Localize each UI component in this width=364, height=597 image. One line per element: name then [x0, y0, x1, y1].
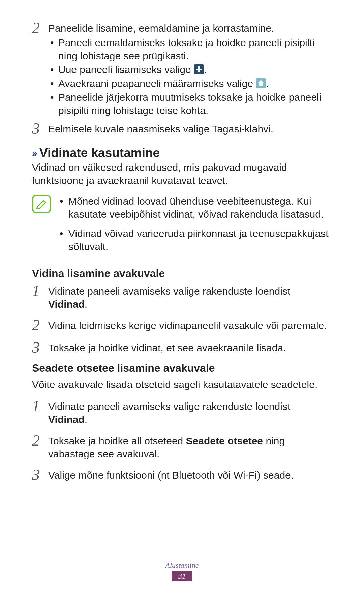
- text-pre: Toksake ja hoidke all otseteed: [48, 435, 186, 446]
- step-sub-list: Paneeli eemaldamiseks toksake ja hoidke …: [48, 36, 332, 117]
- text-post: .: [85, 299, 87, 310]
- sub2-step-2: 2 Toksake ja hoidke all otseteed Seadete…: [32, 433, 332, 460]
- sub2-intro: Võite avakuvale lisada otseteid sageli k…: [32, 378, 332, 391]
- text-post: .: [204, 64, 207, 75]
- subheading-add-shortcut: Seadete otsetee lisamine avakuvale: [32, 362, 332, 375]
- step-number: 2: [32, 20, 48, 36]
- step-2: 2 Paneelide lisamine, eemaldamine ja kor…: [32, 20, 332, 119]
- text-pre: Uue paneeli lisamiseks valige: [58, 64, 194, 75]
- text-post: .: [266, 78, 269, 89]
- step-3: 3 Eelmisele kuvale naasmiseks valige Tag…: [32, 121, 332, 137]
- step-text: Vidinate paneeli avamiseks valige rakend…: [48, 398, 332, 426]
- step-body: Paneelide lisamine, eemaldamine ja korra…: [48, 20, 332, 119]
- step-number: 1: [32, 398, 48, 414]
- sub1-step-1: 1 Vidinate paneeli avamiseks valige rake…: [32, 283, 332, 311]
- step-number: 2: [32, 433, 48, 448]
- step-text: Vidinate paneeli avamiseks valige rakend…: [48, 283, 332, 311]
- text-pre: Vidinate paneeli avamiseks valige rakend…: [48, 401, 290, 412]
- text-bold: Seadete otsetee: [186, 435, 263, 446]
- section-title: Vidinate kasutamine: [39, 146, 160, 160]
- step-number: 3: [32, 340, 48, 355]
- page-number-badge: 31: [172, 571, 192, 581]
- page-footer: Alustamine 31: [0, 561, 364, 581]
- text-bold: Vidinad: [48, 299, 85, 310]
- text-post: .: [85, 414, 87, 425]
- step-text: Eelmisele kuvale naasmiseks valige Tagas…: [48, 121, 332, 136]
- step2-bullet-4: Paneelide järjekorra muutmiseks toksake …: [48, 91, 332, 117]
- note-box: Mõned vidinad loovad ühenduse veebiteenu…: [32, 195, 332, 259]
- step2-bullet-3: Avaekraani peapaneeli määramiseks valige…: [48, 77, 332, 90]
- step-number: 3: [32, 121, 48, 137]
- step-number: 1: [32, 283, 48, 299]
- step-text: Vidina leidmiseks kerige vidinapaneelil …: [48, 318, 332, 332]
- note-item-2: Vidinad võivad varieeruda piirkonnast ja…: [58, 227, 332, 253]
- step-number: 2: [32, 318, 48, 333]
- sub2-step-3: 3 Valige mõne funktsiooni (nt Bluetooth …: [32, 467, 332, 483]
- step-number: 3: [32, 467, 48, 483]
- text-pre: Avaekraani peapaneeli määramiseks valige: [58, 78, 256, 89]
- note-body: Mõned vidinad loovad ühenduse veebiteenu…: [58, 195, 332, 259]
- sub2-step-1: 1 Vidinate paneeli avamiseks valige rake…: [32, 398, 332, 426]
- step2-bullet-1: Paneeli eemaldamiseks toksake ja hoidke …: [48, 36, 332, 62]
- note-item-1: Mõned vidinad loovad ühenduse veebiteenu…: [58, 195, 332, 221]
- note-icon: [32, 195, 51, 213]
- step-text: Toksake ja hoidke vidinat, et see avaekr…: [48, 340, 332, 354]
- step-text: Toksake ja hoidke all otseteed Seadete o…: [48, 433, 332, 460]
- footer-section-label: Alustamine: [0, 561, 364, 570]
- sub1-step-3: 3 Toksake ja hoidke vidinat, et see avae…: [32, 340, 332, 355]
- step-text: Valige mõne funktsiooni (nt Bluetooth võ…: [48, 467, 332, 482]
- section-heading: ›› Vidinate kasutamine: [32, 146, 332, 160]
- section-intro: Vidinad on väikesed rakendused, mis paku…: [32, 161, 332, 187]
- text-bold: Vidinad: [48, 414, 85, 425]
- subheading-add-widget: Vidina lisamine avakuvale: [32, 267, 332, 280]
- sub1-step-2: 2 Vidina leidmiseks kerige vidinapaneeli…: [32, 318, 332, 333]
- plus-icon: [194, 64, 204, 74]
- chevron-icon: ››: [32, 147, 36, 159]
- step-lead: Paneelide lisamine, eemaldamine ja korra…: [48, 22, 332, 35]
- text-pre: Vidinate paneeli avamiseks valige rakend…: [48, 286, 290, 297]
- home-icon: [256, 78, 266, 88]
- step2-bullet-2: Uue paneeli lisamiseks valige .: [48, 63, 332, 76]
